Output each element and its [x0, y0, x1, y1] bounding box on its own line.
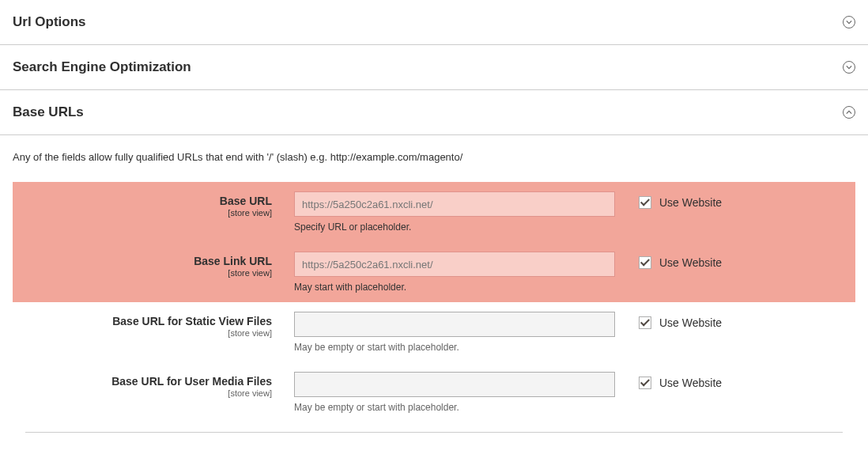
- field-static-files: Base URL for Static View Files [store vi…: [13, 302, 855, 362]
- field-check-col: Use Website: [639, 312, 722, 329]
- chevron-down-icon: [843, 61, 855, 74]
- field-label-col: Base URL for User Media Files [store vie…: [13, 372, 294, 398]
- field-note: May start with placeholder.: [294, 282, 615, 293]
- media-files-input[interactable]: [294, 372, 615, 397]
- field-base-url: Base URL [store view] Specify URL or pla…: [13, 182, 855, 242]
- section-header-url-options[interactable]: Url Options: [0, 0, 868, 45]
- field-label-col: Base URL [store view]: [13, 191, 294, 218]
- section-title: Url Options: [13, 14, 86, 30]
- use-website-checkbox[interactable]: [639, 377, 651, 389]
- field-input-col: May be empty or start with placeholder.: [294, 312, 639, 353]
- field-label-col: Base URL for Static View Files [store vi…: [13, 312, 294, 338]
- section-header-base-urls[interactable]: Base URLs: [0, 90, 868, 135]
- field-media-files: Base URL for User Media Files [store vie…: [13, 362, 855, 422]
- field-check-col: Use Website: [639, 372, 722, 389]
- field-input-col: May start with placeholder.: [294, 252, 639, 293]
- field-label: Base URL for User Media Files: [13, 375, 272, 388]
- field-label: Base Link URL: [13, 255, 272, 267]
- field-check-col: Use Website: [639, 252, 722, 269]
- base-url-input[interactable]: [294, 191, 615, 217]
- static-files-input[interactable]: [294, 312, 615, 337]
- divider: [25, 432, 843, 433]
- use-website-label[interactable]: Use Website: [659, 256, 722, 269]
- use-website-checkbox[interactable]: [639, 196, 651, 209]
- field-label: Base URL for Static View Files: [13, 315, 272, 327]
- field-check-col: Use Website: [639, 191, 722, 209]
- section-title: Search Engine Optimization: [13, 59, 191, 75]
- field-scope: [store view]: [13, 388, 272, 398]
- use-website-label[interactable]: Use Website: [659, 316, 722, 329]
- use-website-checkbox[interactable]: [639, 256, 651, 269]
- chevron-down-icon: [843, 16, 855, 28]
- field-scope: [store view]: [13, 208, 272, 218]
- field-note: May be empty or start with placeholder.: [294, 402, 615, 413]
- field-scope: [store view]: [13, 268, 272, 278]
- help-text: Any of the fields allow fully qualified …: [13, 151, 855, 163]
- field-label-col: Base Link URL [store view]: [13, 252, 294, 278]
- base-link-url-input[interactable]: [294, 252, 615, 277]
- field-input-col: May be empty or start with placeholder.: [294, 372, 639, 413]
- section-title: Base URLs: [13, 104, 84, 120]
- field-scope: [store view]: [13, 328, 272, 338]
- section-header-seo[interactable]: Search Engine Optimization: [0, 45, 868, 90]
- field-label: Base URL: [13, 195, 272, 207]
- use-website-label[interactable]: Use Website: [659, 377, 722, 389]
- section-body-base-urls: Any of the fields allow fully qualified …: [0, 135, 868, 441]
- field-base-link-url: Base Link URL [store view] May start wit…: [13, 242, 855, 302]
- use-website-label[interactable]: Use Website: [659, 196, 722, 209]
- use-website-checkbox[interactable]: [639, 316, 651, 329]
- field-note: May be empty or start with placeholder.: [294, 342, 615, 353]
- field-note: Specify URL or placeholder.: [294, 221, 615, 233]
- field-input-col: Specify URL or placeholder.: [294, 191, 639, 233]
- chevron-up-icon: [843, 106, 855, 119]
